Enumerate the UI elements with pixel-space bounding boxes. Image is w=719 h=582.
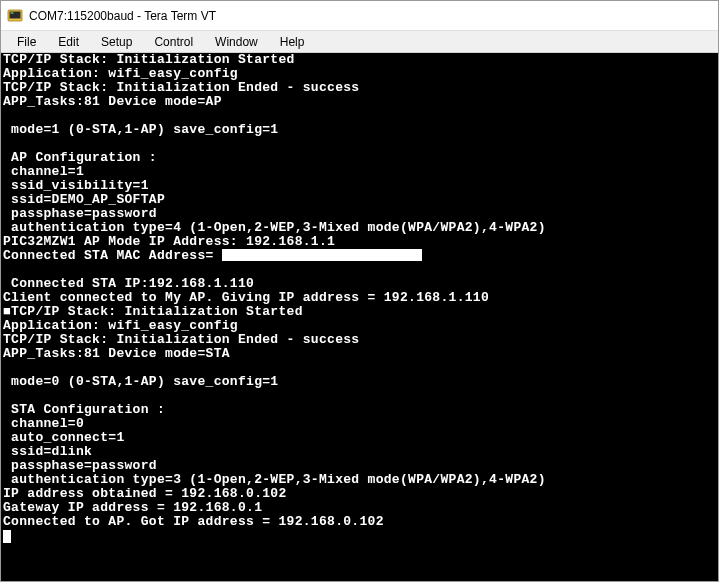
terminal-line: STA Configuration : xyxy=(3,403,716,417)
terminal-line: ssid=DEMO_AP_SOFTAP xyxy=(3,193,716,207)
menu-setup[interactable]: Setup xyxy=(91,33,142,51)
terminal-line: TCP/IP Stack: Initialization Ended - suc… xyxy=(3,333,716,347)
terminal-line: APP_Tasks:81 Device mode=STA xyxy=(3,347,716,361)
terminal-line: mode=1 (0-STA,1-AP) save_config=1 xyxy=(3,123,716,137)
terminal-line xyxy=(3,109,716,123)
terminal-line: ■TCP/IP Stack: Initialization Started xyxy=(3,305,716,319)
terminal-line: channel=1 xyxy=(3,165,716,179)
menubar: File Edit Setup Control Window Help xyxy=(1,31,718,53)
terminal-line xyxy=(3,361,716,375)
menu-window[interactable]: Window xyxy=(205,33,268,51)
terminal-output[interactable]: TCP/IP Stack: Initialization StartedAppl… xyxy=(1,53,718,581)
terminal-line xyxy=(3,137,716,151)
terminal-line: passphase=password xyxy=(3,207,716,221)
terminal-line: mode=0 (0-STA,1-AP) save_config=1 xyxy=(3,375,716,389)
terminal-line: auto_connect=1 xyxy=(3,431,716,445)
cursor xyxy=(3,530,11,543)
svg-rect-2 xyxy=(11,12,14,13)
terminal-line: PIC32MZW1 AP Mode IP Address: 192.168.1.… xyxy=(3,235,716,249)
menu-help[interactable]: Help xyxy=(270,33,315,51)
terminal-line: TCP/IP Stack: Initialization Ended - suc… xyxy=(3,81,716,95)
terminal-line: authentication type=4 (1-Open,2-WEP,3-Mi… xyxy=(3,221,716,235)
titlebar[interactable]: COM7:115200baud - Tera Term VT xyxy=(1,1,718,31)
terminal-line: Application: wifi_easy_config xyxy=(3,67,716,81)
terminal-line: Gateway IP address = 192.168.0.1 xyxy=(3,501,716,515)
terminal-line: ssid_visibility=1 xyxy=(3,179,716,193)
terminal-cursor-line xyxy=(3,529,716,543)
terminal-line: channel=0 xyxy=(3,417,716,431)
menu-file[interactable]: File xyxy=(7,33,46,51)
terminal-line: ssid=dlink xyxy=(3,445,716,459)
terminal-line: Connected to AP. Got IP address = 192.16… xyxy=(3,515,716,529)
terminal-line: TCP/IP Stack: Initialization Started xyxy=(3,53,716,67)
terminal-line: authentication type=3 (1-Open,2-WEP,3-Mi… xyxy=(3,473,716,487)
menu-edit[interactable]: Edit xyxy=(48,33,89,51)
window-title: COM7:115200baud - Tera Term VT xyxy=(29,9,216,23)
terminal-line: APP_Tasks:81 Device mode=AP xyxy=(3,95,716,109)
menu-control[interactable]: Control xyxy=(144,33,203,51)
terminal-line: AP Configuration : xyxy=(3,151,716,165)
terminal-line xyxy=(3,389,716,403)
terminal-line: passphase=password xyxy=(3,459,716,473)
terminal-line: Connected STA MAC Address= xyxy=(3,249,716,263)
terminal-line: Client connected to My AP. Giving IP add… xyxy=(3,291,716,305)
terminal-line: Application: wifi_easy_config xyxy=(3,319,716,333)
redacted-mac xyxy=(222,249,422,261)
terminal-line: IP address obtained = 192.168.0.102 xyxy=(3,487,716,501)
terminal-line xyxy=(3,263,716,277)
terminal-line: Connected STA IP:192.168.1.110 xyxy=(3,277,716,291)
teraterm-icon xyxy=(7,8,23,24)
